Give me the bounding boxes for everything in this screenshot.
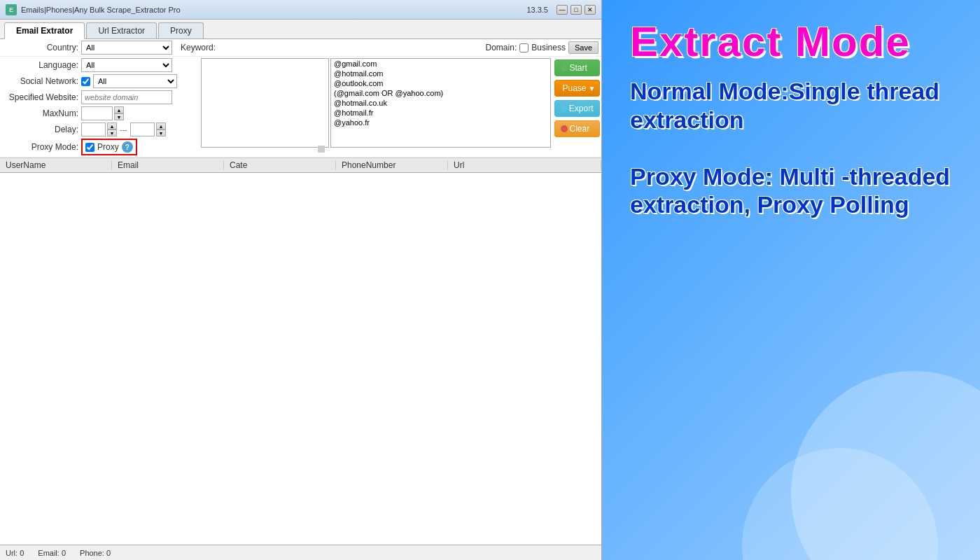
delay-max-input[interactable]: 20 [130, 122, 155, 136]
col-cate: Cate [224, 160, 336, 170]
clear-button[interactable]: Clear [554, 120, 600, 137]
proxy-mode-text: Proxy [97, 142, 119, 152]
list-item[interactable]: @hotmail.co.uk [331, 98, 550, 108]
social-network-select[interactable]: All [93, 74, 177, 88]
save-button[interactable]: Save [568, 41, 598, 54]
list-item[interactable]: @hotmail.fr [331, 108, 550, 118]
domain-label: Domain: [486, 43, 517, 52]
proxy-help-icon[interactable]: ? [122, 141, 133, 153]
business-label: Business [531, 43, 566, 52]
col-email: Email [112, 160, 224, 170]
country-select[interactable]: All [81, 41, 172, 55]
pause-button[interactable]: Puase ▼ [554, 80, 600, 97]
col-url: Url [448, 160, 601, 170]
version-label: 13.3.5 [526, 6, 548, 14]
export-dot [561, 105, 567, 112]
delay-min-input[interactable]: 10 [81, 122, 106, 136]
specified-website-label: Specified Website: [3, 92, 78, 102]
tab-url-extractor[interactable]: Url Extractor [86, 22, 157, 38]
tab-proxy[interactable]: Proxy [158, 22, 204, 38]
proxy-mode-checkbox[interactable] [85, 143, 94, 152]
export-button[interactable]: Export [554, 100, 600, 117]
promo-proxy-mode: Proxy Mode: Multi -threaded extraction, … [630, 162, 952, 220]
promo-panel: Extract Mode Normal Mode:Single thread e… [602, 0, 980, 560]
proxy-mode-label: Proxy Mode: [3, 142, 78, 152]
clear-dot [561, 125, 568, 132]
language-select[interactable]: All [81, 58, 172, 72]
close-button[interactable]: ✕ [584, 5, 596, 15]
proxy-mode-row: Proxy ? [81, 139, 137, 155]
social-network-checkbox[interactable] [81, 77, 90, 86]
delay-min-up-btn[interactable]: ▲ [107, 122, 117, 130]
promo-title: Extract Mode [630, 21, 911, 63]
app-icon: E [6, 4, 17, 15]
start-button[interactable]: Start [554, 59, 600, 76]
delay-max-down-btn[interactable]: ▼ [156, 130, 166, 136]
social-network-label: Social Network: [3, 76, 78, 86]
country-label: Country: [3, 43, 78, 52]
title-bar: E Emails|Phones|Any Bulk Scrape_Extracto… [0, 0, 601, 20]
delay-dash: --- [120, 125, 127, 134]
list-item[interactable]: @hotmail.com [331, 69, 550, 78]
phone-status: Phone: 0 [80, 549, 111, 557]
promo-normal-mode: Normal Mode:Single thread extraction [630, 77, 952, 134]
maxnum-input[interactable]: 50000 [81, 106, 113, 120]
keyword-textarea[interactable] [201, 58, 329, 148]
status-bar: Url: 0 Email: 0 Phone: 0 [0, 545, 601, 560]
specified-website-input[interactable] [81, 90, 172, 104]
minimize-button[interactable]: — [556, 5, 568, 15]
business-checkbox[interactable] [519, 43, 528, 52]
tab-email-extractor[interactable]: Email Extrator [4, 22, 85, 39]
upper-form: Country: All Keyword: Domain: Business S… [0, 39, 601, 158]
list-item[interactable]: @gmail.com [331, 59, 550, 69]
list-item[interactable]: @outlook.com [331, 78, 550, 88]
maxnum-up-btn[interactable]: ▲ [114, 106, 124, 113]
delay-label: Delay: [3, 125, 78, 134]
email-status: Email: 0 [38, 549, 66, 557]
language-label: Language: [3, 60, 78, 70]
keyword-label: Keyword: [181, 43, 216, 52]
delay-max-up-btn[interactable]: ▲ [156, 122, 166, 130]
maxnum-down-btn[interactable]: ▼ [114, 113, 124, 120]
maxnum-label: MaxNum: [3, 108, 78, 118]
url-status: Url: 0 [6, 549, 24, 557]
start-dot [561, 64, 568, 71]
maximize-button[interactable]: □ [570, 5, 582, 15]
list-item[interactable]: @yahoo.fr [331, 118, 550, 127]
app-title: Emails|Phones|Any Bulk Scrape_Extractor … [21, 6, 181, 14]
table-header: UserName Email Cate PhoneNumber Url [0, 158, 601, 173]
delay-min-down-btn[interactable]: ▼ [107, 130, 117, 136]
col-phone: PhoneNumber [336, 160, 448, 170]
domain-list: @gmail.com @hotmail.com @outlook.com (@g… [330, 58, 551, 148]
results-body [0, 173, 601, 545]
action-buttons: Start Puase ▼ Export Clear [552, 57, 601, 157]
results-section: UserName Email Cate PhoneNumber Url [0, 158, 601, 545]
tab-bar: Email Extrator Url Extractor Proxy [0, 20, 601, 39]
list-item[interactable]: (@gmail.com OR @yahoo.com) [331, 88, 550, 98]
col-username: UserName [0, 160, 112, 170]
